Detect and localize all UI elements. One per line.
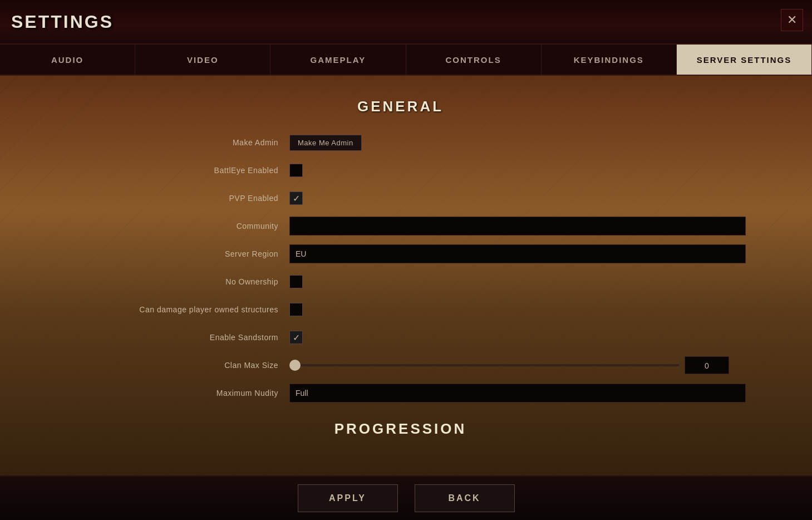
label-make-admin: Make Admin [22, 138, 289, 147]
bottom-bar: APPLY BACK [0, 475, 812, 520]
control-damage-structures [289, 303, 779, 316]
label-max-nudity: Maximum Nudity [22, 389, 289, 398]
checkbox-pvp[interactable]: ✓ [289, 192, 303, 205]
checkbox-sandstorm[interactable]: ✓ [289, 331, 303, 344]
checkmark-sandstorm: ✓ [293, 332, 300, 343]
tab-video[interactable]: VIDEO [135, 45, 270, 75]
label-server-region: Server Region [22, 249, 289, 258]
row-clan-max-size: Clan Max Size 0 [22, 355, 779, 376]
control-max-nudity: Full Partial None [289, 384, 779, 403]
tab-keybindings[interactable]: KEYBINDINGS [542, 45, 677, 75]
row-sandstorm: Enable Sandstorm ✓ [22, 327, 779, 348]
bottom-spacer [22, 449, 779, 475]
control-make-admin: Make Me Admin [289, 135, 779, 151]
label-clan-max-size: Clan Max Size [22, 361, 289, 370]
control-server-region [289, 244, 779, 263]
control-sandstorm: ✓ [289, 331, 779, 344]
content-area: GENERAL Make Admin Make Me Admin BattlEy… [0, 76, 812, 475]
control-community [289, 217, 779, 236]
back-button[interactable]: BACK [415, 484, 515, 512]
general-heading: GENERAL [22, 98, 779, 115]
make-me-admin-button[interactable]: Make Me Admin [289, 135, 362, 151]
label-sandstorm: Enable Sandstorm [22, 333, 289, 342]
label-pvp: PVP Enabled [22, 194, 289, 203]
tab-server-settings[interactable]: SERVER SETTINGS [677, 45, 812, 75]
row-community: Community [22, 215, 779, 237]
row-server-region: Server Region [22, 243, 779, 264]
checkmark-pvp: ✓ [293, 193, 300, 204]
tab-audio[interactable]: AUDIO [0, 45, 135, 75]
row-pvp: PVP Enabled ✓ [22, 188, 779, 209]
label-no-ownership: No Ownership [22, 277, 289, 286]
label-damage-structures: Can damage player owned structures [22, 305, 289, 314]
select-max-nudity[interactable]: Full Partial None [289, 384, 746, 403]
content-inner: GENERAL Make Admin Make Me Admin BattlEy… [0, 76, 812, 475]
row-damage-structures: Can damage player owned structures [22, 299, 779, 320]
tab-controls[interactable]: CONTROLS [406, 45, 542, 75]
input-server-region[interactable] [289, 244, 746, 263]
row-battleye: BattlEye Enabled [22, 160, 779, 181]
row-make-admin: Make Admin Make Me Admin [22, 132, 779, 153]
apply-button[interactable]: APPLY [298, 484, 398, 512]
row-max-nudity: Maximum Nudity Full Partial None [22, 382, 779, 404]
checkbox-damage-structures[interactable] [289, 303, 303, 316]
checkbox-battleye[interactable] [289, 164, 303, 177]
slider-thumb-clan[interactable] [289, 360, 301, 371]
control-pvp: ✓ [289, 192, 779, 205]
header: SETTINGS ✕ [0, 0, 812, 45]
label-community: Community [22, 222, 289, 230]
slider-value-clan: 0 [685, 356, 729, 374]
input-community[interactable] [289, 217, 746, 236]
label-battleye: BattlEye Enabled [22, 166, 289, 175]
control-no-ownership [289, 275, 779, 288]
control-clan-max-size: 0 [289, 356, 779, 374]
tabs-bar: AUDIO VIDEO GAMEPLAY CONTROLS KEYBINDING… [0, 45, 812, 76]
checkbox-no-ownership[interactable] [289, 275, 303, 288]
progression-heading: PROGRESSION [22, 420, 779, 438]
slider-track-clan [289, 364, 679, 366]
slider-container-clan: 0 [289, 356, 779, 374]
page-title: SETTINGS [11, 12, 114, 32]
tab-gameplay[interactable]: GAMEPLAY [270, 45, 406, 75]
close-button[interactable]: ✕ [781, 9, 803, 31]
row-no-ownership: No Ownership [22, 271, 779, 292]
control-battleye [289, 164, 779, 177]
